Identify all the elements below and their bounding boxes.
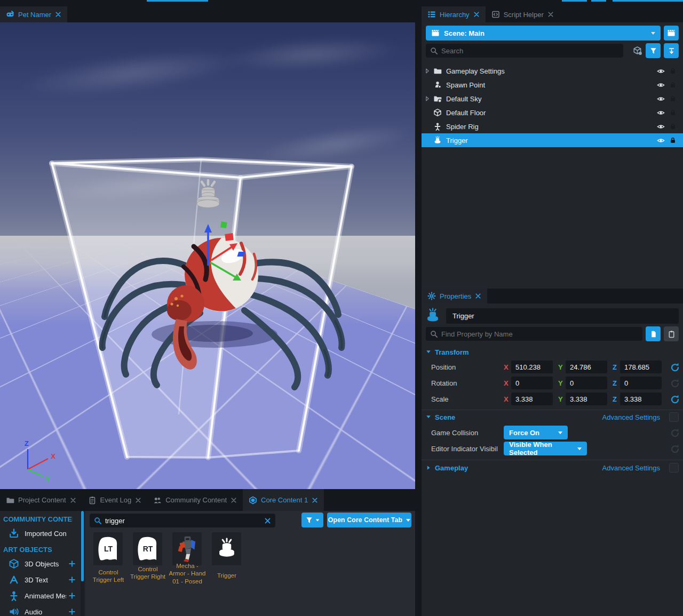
scale-x-input[interactable] <box>511 393 553 405</box>
object-name-field[interactable] <box>446 308 679 324</box>
close-icon[interactable] <box>55 11 61 18</box>
asset-tile-control-trigger-right[interactable]: RT <box>133 532 162 565</box>
scene-manager-button[interactable] <box>664 26 679 41</box>
asset-tile-trigger[interactable] <box>212 532 241 565</box>
lock-icon[interactable] <box>669 109 677 116</box>
reset-icon[interactable] <box>670 378 680 388</box>
asset-tile-control-trigger-left[interactable]: LT <box>93 532 123 565</box>
3d-viewport[interactable]: Z X Y <box>0 22 415 489</box>
tab-hierarchy[interactable]: Hierarchy <box>422 6 486 22</box>
scale-y-input[interactable] <box>566 393 607 405</box>
content-filter-button[interactable] <box>301 513 323 527</box>
core-content-panel: COMMUNITY CONTENT Imported Content ART O… <box>0 511 415 616</box>
hierarchy-search-input[interactable] <box>441 47 619 55</box>
scene-section-header[interactable]: Scene Advanced Settings <box>426 412 679 422</box>
add-plus-icon[interactable] <box>68 576 76 583</box>
close-icon[interactable] <box>475 293 481 299</box>
editor-indicator-dropdown[interactable]: Visible When Selected <box>504 442 587 455</box>
add-plus-icon[interactable] <box>68 592 76 599</box>
rotation-y-input[interactable] <box>566 377 607 389</box>
sidebar-item-animated-meshes[interactable]: Animated Meshes <box>0 588 85 604</box>
open-core-content-tab-button[interactable]: Open Core Content Tab <box>327 513 411 527</box>
viewport-tabbar: Pet Namer <box>0 6 415 22</box>
find-property-search[interactable] <box>426 327 642 341</box>
close-icon[interactable] <box>70 497 76 503</box>
close-icon[interactable] <box>231 497 237 503</box>
sidebar-scrollbar-thumb[interactable] <box>81 511 84 581</box>
paste-properties-button[interactable] <box>664 326 679 341</box>
find-property-input[interactable] <box>441 330 638 338</box>
section-divider <box>422 460 683 460</box>
visibility-eye-icon[interactable] <box>657 123 665 131</box>
tree-row-gameplay-settings[interactable]: Gameplay Settings <box>422 64 683 78</box>
filter-button[interactable] <box>646 43 661 58</box>
position-z-input[interactable] <box>620 361 662 373</box>
animated-mesh-icon <box>9 590 19 601</box>
object-types-icon[interactable] <box>633 46 642 55</box>
visibility-eye-icon[interactable] <box>657 81 665 89</box>
tab-core-content[interactable]: Core Content 1 <box>243 489 324 511</box>
advanced-settings-label[interactable]: Advanced Settings <box>602 464 660 472</box>
rotation-z-input[interactable] <box>620 377 662 389</box>
transform-section-header[interactable]: Transform <box>426 347 679 357</box>
tree-row-spawn-point[interactable]: Spawn Point <box>422 78 683 92</box>
sidebar-item-3d-text[interactable]: 3D Text <box>0 572 85 588</box>
visibility-eye-icon[interactable] <box>657 67 665 75</box>
close-icon[interactable] <box>312 497 318 503</box>
gameplay-section-header[interactable]: Gameplay Advanced Settings <box>426 463 679 473</box>
hierarchy-search[interactable] <box>426 44 623 58</box>
content-search[interactable] <box>90 514 275 527</box>
lock-icon[interactable] <box>669 95 677 102</box>
reset-icon[interactable] <box>670 394 680 404</box>
visibility-eye-icon[interactable] <box>657 137 665 145</box>
reset-icon[interactable] <box>670 428 680 437</box>
add-plus-icon[interactable] <box>68 560 76 567</box>
tree-row-default-floor[interactable]: Default Floor <box>422 106 683 119</box>
search-icon <box>430 330 438 338</box>
tab-project-content[interactable]: Project Content <box>0 489 82 511</box>
copy-properties-button[interactable] <box>646 326 661 341</box>
sidebar-item-imported-content[interactable]: Imported Content <box>0 525 85 541</box>
content-search-input[interactable] <box>105 517 261 525</box>
close-icon[interactable] <box>135 497 141 503</box>
lock-icon[interactable] <box>669 137 677 144</box>
close-icon[interactable] <box>547 11 554 18</box>
tab-properties[interactable]: Properties <box>422 289 487 303</box>
tree-row-trigger[interactable]: Trigger <box>422 133 683 147</box>
asset-tile-mecha-armor-hand[interactable] <box>172 532 202 565</box>
position-x-input[interactable] <box>511 361 553 373</box>
advanced-settings-label[interactable]: Advanced Settings <box>602 413 660 421</box>
hierarchy-list-icon <box>427 10 436 19</box>
advanced-settings-checkbox[interactable] <box>669 412 679 422</box>
properties-tabbar: Properties <box>415 289 683 303</box>
collapse-all-button[interactable] <box>664 43 679 58</box>
lock-icon[interactable] <box>669 123 677 130</box>
visibility-eye-icon[interactable] <box>657 109 665 117</box>
tab-community-content[interactable]: Community Content <box>147 489 243 511</box>
event-log-icon <box>88 496 97 505</box>
expander-icon[interactable] <box>424 95 431 102</box>
reset-icon[interactable] <box>670 362 680 372</box>
close-icon[interactable] <box>473 11 480 18</box>
sidebar-item-audio[interactable]: Audio <box>0 604 85 616</box>
scene-selector-dropdown[interactable]: Scene: Main <box>426 26 661 41</box>
tab-script-helper[interactable]: Script Helper <box>486 6 560 22</box>
sidebar-item-3d-objects[interactable]: 3D Objects <box>0 556 85 572</box>
game-collision-dropdown[interactable]: Force On <box>504 426 568 439</box>
visibility-eye-icon[interactable] <box>657 95 665 103</box>
lock-icon[interactable] <box>669 67 677 75</box>
tree-row-spider-rig[interactable]: Spider Rig <box>422 119 683 133</box>
advanced-settings-checkbox[interactable] <box>669 463 679 473</box>
tree-row-default-sky[interactable]: Default Sky <box>422 92 683 106</box>
rotation-x-input[interactable] <box>511 377 553 389</box>
add-plus-icon[interactable] <box>68 608 76 615</box>
clear-search-icon[interactable] <box>264 517 271 524</box>
scale-z-input[interactable] <box>620 393 662 405</box>
reset-icon[interactable] <box>670 444 680 453</box>
lock-icon[interactable] <box>669 81 677 89</box>
tab-event-log[interactable]: Event Log <box>82 489 148 511</box>
expander-icon[interactable] <box>424 67 431 75</box>
tab-pet-namer[interactable]: Pet Namer <box>0 6 67 22</box>
position-y-input[interactable] <box>566 361 607 373</box>
funnel-icon <box>305 516 313 524</box>
